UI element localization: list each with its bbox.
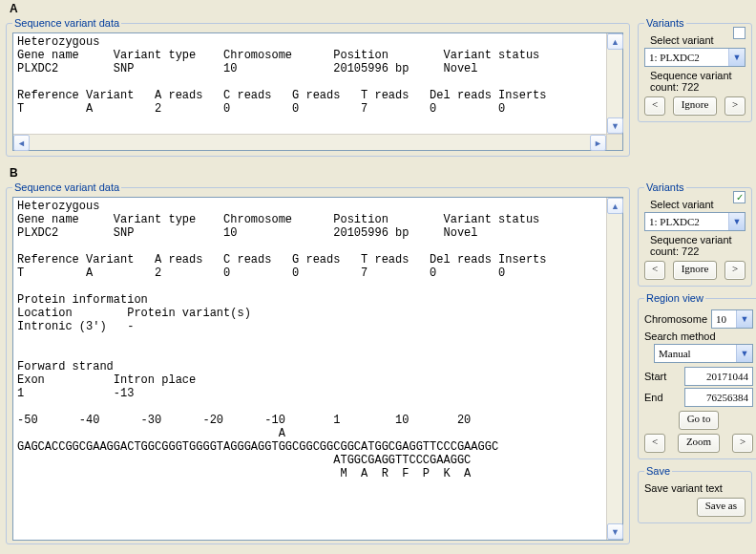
variant-prev-a[interactable]: < [644, 96, 665, 116]
select-variant-b[interactable]: 1: PLXDC2 ▼ [644, 212, 746, 231]
panel-b: B Sequence variant data Heterozygous Gen… [0, 164, 756, 554]
search-method-value: Manual [659, 348, 691, 359]
sequence-text-a[interactable]: Heterozygous Gene name Variant type Chro… [12, 32, 623, 151]
region-view-legend: Region view [644, 292, 705, 304]
sequence-data-group-b: Sequence variant data Heterozygous Gene … [6, 181, 630, 544]
variant-count-a: Sequence variant count: 722 [650, 70, 746, 93]
panel-b-label: B [0, 164, 756, 180]
scroll-corner [606, 134, 622, 150]
sequence-text-a-body: Heterozygous Gene name Variant type Chro… [13, 33, 622, 150]
sequence-data-legend-a: Sequence variant data [12, 17, 121, 29]
panel-a: A Sequence variant data Heterozygous Gen… [0, 0, 756, 164]
save-legend: Save [644, 465, 672, 477]
scroll-left-icon[interactable]: ◄ [13, 135, 30, 151]
select-variant-label-b: Select variant [650, 199, 746, 210]
select-variant-label-a: Select variant [650, 34, 746, 46]
start-input[interactable] [684, 367, 753, 386]
scroll-down-icon[interactable]: ▼ [607, 523, 623, 540]
variant-ignore-b[interactable]: Ignore [673, 261, 718, 280]
variants-legend-a: Variants [644, 17, 686, 29]
region-next-button[interactable]: > [732, 434, 753, 453]
start-label: Start [644, 371, 666, 382]
chevron-down-icon: ▼ [736, 345, 752, 362]
select-variant-a-value: 1: PLXDC2 [649, 52, 700, 63]
search-method-select[interactable]: Manual ▼ [654, 344, 753, 363]
variant-next-a[interactable]: > [724, 96, 746, 116]
variant-ignore-a[interactable]: Ignore [673, 96, 718, 116]
variants-group-b: Variants ✓ Select variant 1: PLXDC2 ▼ Se… [638, 181, 752, 287]
search-method-label: Search method [644, 330, 753, 342]
zoom-button[interactable]: Zoom [678, 434, 720, 453]
sequence-text-b-body: Heterozygous Gene name Variant type Chro… [13, 198, 622, 540]
region-view-group: Region view Chromosome 10 ▼ Search metho… [638, 292, 756, 459]
end-label: End [644, 392, 663, 403]
chromosome-value: 10 [716, 313, 726, 325]
save-label: Save variant text [644, 482, 746, 494]
variant-count-b: Sequence variant count: 722 [650, 234, 746, 257]
variants-checkbox-b[interactable]: ✓ [733, 191, 746, 203]
sequence-text-b[interactable]: Heterozygous Gene name Variant type Chro… [12, 197, 623, 541]
variant-prev-b[interactable]: < [644, 261, 665, 280]
variant-next-b[interactable]: > [724, 261, 746, 280]
go-to-button[interactable]: Go to [679, 411, 720, 430]
vscroll-b[interactable]: ▲ ▼ [606, 198, 622, 540]
select-variant-a[interactable]: 1: PLXDC2 ▼ [644, 48, 746, 67]
scroll-up-icon[interactable]: ▲ [607, 198, 623, 214]
hscroll-a[interactable]: ◄ ► [13, 134, 606, 150]
scroll-up-icon[interactable]: ▲ [607, 33, 623, 50]
save-group: Save Save variant text Save as [638, 465, 752, 523]
variants-group-a: Variants Select variant 1: PLXDC2 ▼ Sequ… [638, 17, 752, 122]
scroll-right-icon[interactable]: ► [590, 135, 606, 151]
sequence-data-group-a: Sequence variant data Heterozygous Gene … [6, 17, 630, 157]
chromosome-label: Chromosome [644, 313, 707, 325]
chevron-down-icon: ▼ [728, 49, 745, 66]
variants-checkbox-a[interactable] [733, 27, 746, 39]
root: A Sequence variant data Heterozygous Gen… [0, 0, 756, 554]
select-variant-b-value: 1: PLXDC2 [649, 216, 700, 227]
chevron-down-icon: ▼ [736, 310, 752, 328]
save-as-button[interactable]: Save as [697, 498, 746, 517]
vscroll-a[interactable]: ▲ ▼ [606, 33, 622, 134]
scroll-down-icon[interactable]: ▼ [607, 117, 623, 134]
sequence-data-legend-b: Sequence variant data [12, 181, 121, 193]
chromosome-select[interactable]: 10 ▼ [711, 309, 753, 329]
chevron-down-icon: ▼ [728, 213, 745, 230]
region-prev-button[interactable]: < [644, 434, 665, 453]
panel-a-label: A [0, 0, 756, 15]
end-input[interactable] [684, 388, 753, 407]
variants-legend-b: Variants [644, 181, 686, 193]
